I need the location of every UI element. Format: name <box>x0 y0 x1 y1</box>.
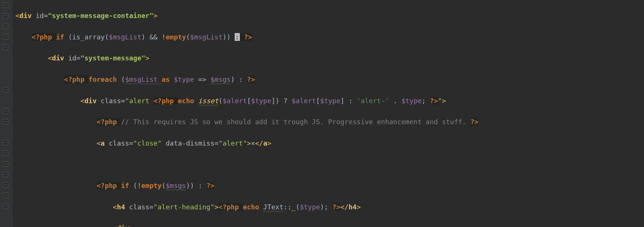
code-area[interactable]: <div id="system-message-container"> <?ph… <box>12 0 644 227</box>
fold-gutter <box>0 0 12 227</box>
code-line: <h4 class="alert-heading"><?php echo JTe… <box>15 202 644 212</box>
fold-icon[interactable] <box>3 34 8 39</box>
fold-icon[interactable] <box>3 182 8 188</box>
fold-icon[interactable] <box>3 13 8 18</box>
code-line <box>15 159 644 170</box>
fold-icon[interactable] <box>3 119 8 124</box>
code-line: <div class="alert <?php echo isset($aler… <box>15 96 644 106</box>
fold-icon[interactable] <box>3 108 8 114</box>
code-line: <?php if (is_array($msgList) && !empty($… <box>15 32 644 42</box>
code-line: <?php if (!empty($msgs)) : ?> <box>15 180 644 191</box>
code-editor: <div id="system-message-container"> <?ph… <box>0 0 644 227</box>
code-line: <div id="system-message"> <box>15 53 644 63</box>
fold-icon[interactable] <box>3 204 8 209</box>
fold-icon[interactable] <box>3 172 8 177</box>
fold-icon[interactable] <box>3 24 8 29</box>
fold-icon[interactable] <box>3 3 8 8</box>
fold-icon[interactable] <box>3 193 8 198</box>
fold-icon[interactable] <box>3 161 8 167</box>
code-line: <?php foreach ($msgList as $type => $msg… <box>15 74 644 85</box>
code-line: <div id="system-message-container"> <box>15 11 644 21</box>
fold-icon[interactable] <box>3 45 8 50</box>
code-line: <a class="close" data-dismiss="alert">×<… <box>15 138 644 149</box>
fold-icon[interactable] <box>3 87 8 92</box>
fold-icon[interactable] <box>3 140 8 145</box>
code-line: <?php // This requires JS so we should a… <box>15 117 644 127</box>
fold-icon[interactable] <box>3 150 8 156</box>
code-line: <div> <box>15 223 644 227</box>
